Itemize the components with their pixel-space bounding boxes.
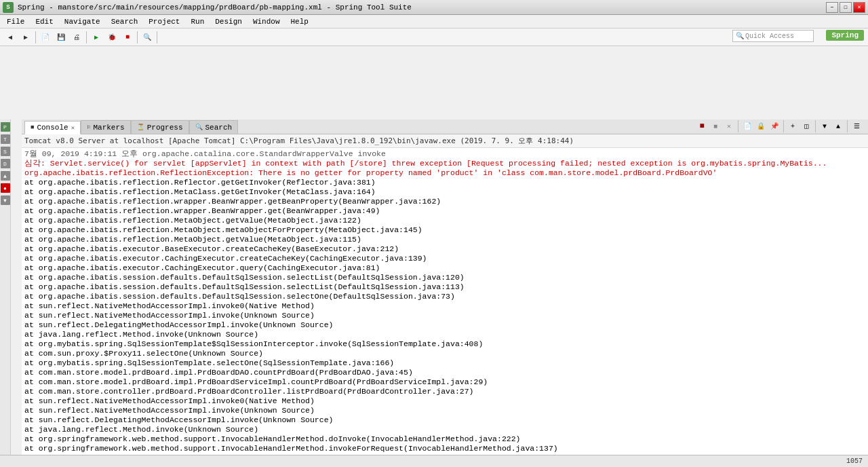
new-button[interactable]: 📄	[38, 30, 53, 45]
log-line: at org.apache.ibatis.reflection.MetaObje…	[24, 216, 868, 225]
side-panel: P T S D ▲ ● ▼	[0, 119, 11, 459]
menu-project[interactable]: Project	[143, 15, 185, 28]
log-line: at org.apache.ibatis.reflection.Reflecto…	[24, 178, 868, 187]
side-icon-6[interactable]: ●	[1, 183, 10, 193]
pin-console-button[interactable]: 📌	[768, 120, 781, 132]
maximize-button[interactable]: ☐	[840, 2, 852, 13]
tab-markers[interactable]: ⚐ Markers	[81, 120, 131, 134]
log-line: at sun.reflect.NativeMethodAccessorImpl.…	[24, 396, 868, 406]
back-button[interactable]: ◀	[3, 30, 18, 45]
menu-file[interactable]: File	[1, 15, 30, 28]
quick-access-label[interactable]: Quick Access	[745, 33, 794, 40]
clear-console-button[interactable]: 📄	[741, 120, 753, 132]
view-menu-button[interactable]: ☰	[850, 120, 863, 132]
console-tab-label: Console	[37, 124, 68, 132]
toolbar-sep-4	[157, 31, 157, 43]
log-line: at org.springframework.web.method.suppor…	[24, 444, 868, 453]
tab-sep-1	[738, 120, 738, 132]
side-icon-7[interactable]: ▼	[1, 195, 10, 205]
markers-tab-label: Markers	[93, 124, 124, 132]
progress-tab-icon: ⏳	[137, 124, 144, 131]
log-line: at sun.reflect.DelegatingMethodAccessorI…	[24, 415, 868, 425]
remove-launch-button[interactable]: ✕	[723, 120, 735, 132]
log-line: at java.lang.reflect.Method.invoke(Unkno…	[24, 425, 868, 434]
log-line: at org.apache.ibatis.reflection.MetaClas…	[24, 187, 868, 197]
log-line: at org.apache.ibatis.reflection.wrapper.…	[24, 197, 868, 206]
tab-progress[interactable]: ⏳ Progress	[131, 120, 189, 134]
scroll-lock-button[interactable]: 🔒	[755, 120, 767, 132]
log-line: at org.apache.ibatis.session.defaults.De…	[24, 273, 868, 282]
menu-navigate[interactable]: Navigate	[59, 15, 106, 28]
maximize-view-button[interactable]: ▲	[832, 120, 844, 132]
log-line: at org.apache.ibatis.executor.CachingExe…	[24, 263, 868, 273]
terminate-button[interactable]: ■	[696, 120, 708, 132]
main-content: ■ Console ✕ ⚐ Markers ⏳ Progress 🔍 Searc…	[22, 119, 868, 467]
side-icon-4[interactable]: D	[1, 159, 10, 168]
markers-tab-icon: ⚐	[87, 124, 90, 131]
status-info: 1057	[846, 457, 863, 465]
log-line: at org.mybatis.spring.SqlSessionTemplate…	[24, 358, 868, 368]
log-line: at sun.reflect.DelegatingMethodAccessorI…	[24, 320, 868, 330]
server-header: Tomcat v8.0 Server at localhost [Apache …	[22, 134, 868, 148]
log-line: at org.apache.ibatis.session.defaults.De…	[24, 292, 868, 301]
search-tab-label: Search	[205, 124, 233, 132]
main-toolbar: ◀ ▶ 📄 💾 🖨 ▶ 🐞 ■ 🔍 🔍 Quick Access Spring	[0, 29, 868, 46]
search-tab-icon: 🔍	[195, 124, 203, 131]
toolbar-sep-3	[137, 31, 138, 43]
tab-search[interactable]: 🔍 Search	[189, 120, 239, 134]
side-icon-3[interactable]: S	[1, 147, 10, 156]
menu-help[interactable]: Help	[285, 15, 313, 28]
menu-window[interactable]: Window	[248, 15, 285, 28]
log-line: at org.apache.ibatis.executor.BaseExecut…	[24, 244, 868, 254]
log-line: 심각: Servlet.service() for servlet [appSe…	[24, 159, 868, 168]
print-button[interactable]: 🖨	[69, 30, 84, 45]
side-icon-1[interactable]: P	[1, 122, 10, 132]
log-line: at org.apache.ibatis.session.defaults.De…	[24, 282, 868, 292]
close-button[interactable]: ✕	[853, 2, 865, 13]
console-tab-close[interactable]: ✕	[71, 124, 75, 132]
quick-access-icon: 🔍	[736, 32, 744, 40]
status-bar: 1057	[0, 455, 868, 467]
tab-sep-2	[783, 120, 784, 132]
menu-run[interactable]: Run	[185, 15, 210, 28]
log-line: at com.man.store.model.prdBoard.impl.Prd…	[24, 377, 868, 387]
log-line: at java.lang.reflect.Method.invoke(Unkno…	[24, 330, 868, 339]
minimize-view-button[interactable]: ▼	[818, 120, 831, 132]
log-line: at org.apache.ibatis.executor.CachingExe…	[24, 254, 868, 263]
forward-button[interactable]: ▶	[18, 30, 33, 45]
log-line: at org.apache.ibatis.reflection.wrapper.…	[24, 206, 868, 216]
log-line: at org.springframework.web.method.suppor…	[24, 434, 868, 444]
menu-edit[interactable]: Edit	[30, 15, 58, 28]
console-output[interactable]: 7월 09, 2019 4:19:11 오후 org.apache.catali…	[22, 148, 868, 467]
save-button[interactable]: 💾	[54, 30, 68, 45]
title-bar: S Spring - manstore/src/main/resources/m…	[0, 0, 868, 15]
log-line: at sun.reflect.NativeMethodAccessorImpl.…	[24, 311, 868, 320]
log-line: at com.man.store.model.prdBoard.impl.Prd…	[24, 368, 868, 377]
spring-logo[interactable]: Spring	[826, 30, 864, 41]
tab-bar: ■ Console ✕ ⚐ Markers ⏳ Progress 🔍 Searc…	[22, 119, 868, 134]
minimize-button[interactable]: –	[826, 2, 838, 13]
disconnect-button[interactable]: ■	[709, 120, 722, 132]
toolbar-sep-1	[35, 31, 36, 43]
debug-button[interactable]: 🐞	[104, 30, 119, 45]
toolbar-sep-2	[86, 31, 87, 43]
side-icon-2[interactable]: T	[1, 134, 10, 144]
log-line: at sun.reflect.NativeMethodAccessorImpl.…	[24, 406, 868, 415]
side-icon-5[interactable]: ▲	[1, 171, 10, 181]
new-console-button[interactable]: +	[787, 120, 799, 132]
window-title: Spring - manstore/src/main/resources/map…	[18, 3, 412, 12]
tab-sep-4	[847, 120, 848, 132]
log-line: at org.mybatis.spring.SqlSessionTemplate…	[24, 339, 868, 349]
search-toolbar-button[interactable]: 🔍	[140, 30, 155, 45]
view-options-button[interactable]: ▼	[864, 120, 868, 132]
title-bar-left: S Spring - manstore/src/main/resources/m…	[3, 2, 412, 13]
log-line: at sun.reflect.NativeMethodAccessorImpl.…	[24, 301, 868, 311]
log-line: 7월 09, 2019 4:19:11 오후 org.apache.catali…	[24, 149, 868, 159]
open-console-button[interactable]: ◫	[800, 120, 812, 132]
stop-button[interactable]: ■	[120, 30, 135, 45]
menu-design[interactable]: Design	[210, 15, 248, 28]
tab-console[interactable]: ■ Console ✕	[24, 121, 81, 134]
menu-search[interactable]: Search	[106, 15, 144, 28]
run-button[interactable]: ▶	[89, 30, 104, 45]
progress-tab-label: Progress	[147, 124, 183, 132]
